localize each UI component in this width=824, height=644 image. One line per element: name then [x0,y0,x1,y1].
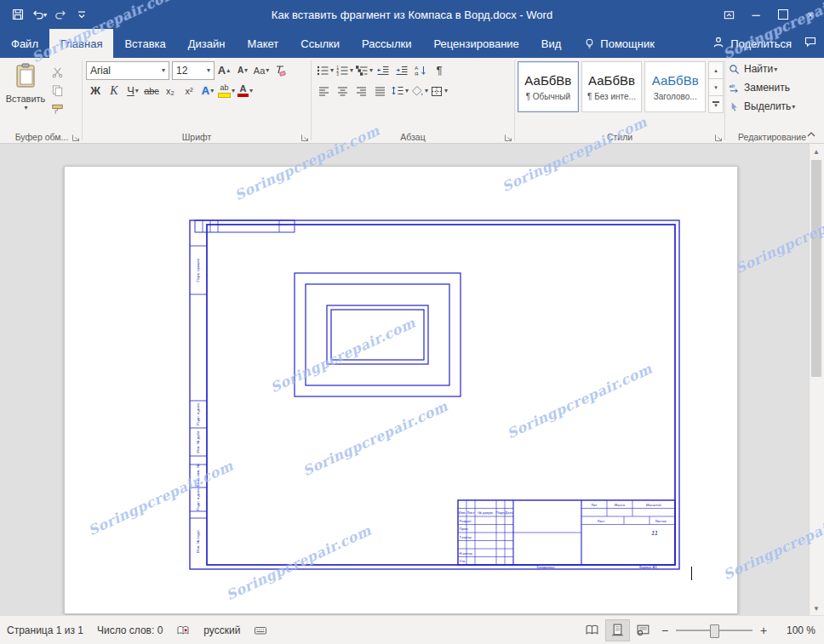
svg-text:Масштаб: Масштаб [646,503,662,507]
close-button[interactable]: × [797,0,824,29]
scroll-down-icon[interactable]: ▼ [810,601,823,615]
ribbon-display-options-icon[interactable] [715,0,742,29]
save-icon[interactable] [9,5,27,24]
zoom-slider-thumb[interactable] [710,624,719,638]
zoom-in-button[interactable]: + [754,621,773,640]
italic-button[interactable]: К [106,82,123,100]
kompas-drawing-object[interactable]: Перв. примен. Подп. и дата Инв. № дубл. … [65,167,737,613]
align-left-icon[interactable] [316,82,333,100]
bullets-icon[interactable]: ▾ [316,61,334,79]
status-word-count[interactable]: Число слов: 0 [90,624,169,636]
tab-design[interactable]: Дизайн [177,29,237,58]
print-layout-button[interactable] [605,619,630,641]
text-effects-button[interactable]: А▾ [199,82,216,100]
styles-scroll-down-icon[interactable]: ▾ [708,79,724,96]
sort-icon[interactable]: А Я [412,61,429,79]
scrollbar-thumb[interactable] [811,160,821,377]
svg-text:Формат А3: Формат А3 [638,565,657,569]
replace-button[interactable]: ab Заменить [728,78,816,97]
change-case-button[interactable]: Аа▾ [253,61,270,79]
title-bar: ▾ Как вставить фрагмент из Компаса в Вор… [0,0,824,29]
tab-insert[interactable]: Вставка [113,29,176,58]
paste-button[interactable]: Вставить ▾ [4,60,47,118]
show-paragraph-marks-button[interactable]: ¶ [431,61,448,79]
customize-qat-icon[interactable] [72,5,91,24]
format-painter-icon[interactable] [47,100,67,118]
font-size-value: 12 [176,65,187,77]
svg-text:Лист: Лист [597,519,604,523]
web-layout-button[interactable] [632,620,655,641]
tab-file[interactable]: Файл [0,29,49,58]
scroll-up-icon[interactable]: ▲ [810,145,823,158]
tab-review[interactable]: Рецензирование [422,29,529,58]
redo-icon[interactable] [51,5,70,24]
borders-icon[interactable]: ▾ [430,82,448,100]
paragraph-group: ▾ 1 2 3 ▾ ▾ А [312,58,514,143]
zoom-level[interactable]: 100 % [773,624,815,636]
line-spacing-icon[interactable]: ▾ [391,82,409,100]
shading-icon[interactable]: ▾ [410,82,428,100]
collapse-ribbon-icon[interactable] [805,128,819,140]
zoom-out-button[interactable]: − [655,621,674,640]
tab-mailings[interactable]: Рассылки [351,29,422,58]
proofing-status-icon[interactable] [169,624,197,637]
svg-text:ab: ab [729,83,735,88]
font-size-combo[interactable]: 12 ▾ [172,61,215,80]
select-button[interactable]: Выделить ▾ [728,97,816,116]
increase-indent-icon[interactable] [393,61,410,79]
comments-icon[interactable] [804,35,817,52]
cut-icon[interactable] [47,62,67,81]
svg-text:Изм.: Изм. [459,510,466,515]
tab-home[interactable]: Главная [49,29,113,58]
multilevel-list-icon[interactable]: ▾ [355,61,373,79]
align-center-icon[interactable] [335,82,352,100]
zoom-slider[interactable] [676,622,752,639]
minimize-button[interactable]: ─ [742,0,770,29]
maximize-button[interactable] [770,0,797,29]
bold-button[interactable]: Ж [87,82,104,100]
undo-icon[interactable]: ▾ [30,5,49,24]
svg-text:А: А [415,65,419,71]
underline-button[interactable]: Ч▾ [124,82,141,100]
styles-dialog-launcher-icon[interactable] [713,131,724,141]
status-language[interactable]: русский [197,624,247,636]
vertical-scrollbar[interactable]: ▲ ▼ [809,144,824,616]
share-button[interactable]: Поделиться [712,36,792,52]
styles-scroll-up-icon[interactable]: ▴ [708,61,724,79]
decrease-indent-icon[interactable] [375,61,392,79]
strikethrough-button[interactable]: abc [143,82,160,100]
grow-font-button[interactable]: А▴ [215,61,232,79]
tab-assistant[interactable]: Помощник [572,29,666,58]
clear-formatting-icon[interactable] [272,61,289,79]
share-label: Поделиться [730,37,792,50]
shrink-font-button[interactable]: А▾ [234,61,251,79]
style-name: ¶ Обычный [526,92,570,101]
ribbon: Вставить ▾ [0,58,824,144]
align-right-icon[interactable] [353,82,370,100]
document-page[interactable]: Перв. примен. Подп. и дата Инв. № дубл. … [64,166,738,614]
superscript-button[interactable]: x² [180,82,197,100]
style-heading1[interactable]: АаБбВв Заголово... [644,61,706,112]
tab-view[interactable]: Вид [530,29,573,58]
font-name-combo[interactable]: Arial ▾ [86,61,169,80]
styles-gallery-expand-icon[interactable]: ▾ [708,96,724,113]
subscript-button[interactable]: x₂ [162,82,179,100]
highlight-color-button[interactable]: ab ▾ [218,82,235,100]
clipboard-dialog-launcher-icon[interactable] [71,131,81,141]
find-button[interactable]: Найти ▾ [728,60,816,78]
style-no-spacing[interactable]: АаБбВв ¶ Без инте... [581,61,643,112]
status-page-count[interactable]: Страница 1 из 1 [0,624,90,636]
copy-icon[interactable] [47,81,67,100]
font-dialog-launcher-icon[interactable] [300,131,310,141]
style-normal[interactable]: АаБбВв ¶ Обычный [518,61,579,112]
tab-assistant-label: Помощник [600,37,655,50]
justify-icon[interactable] [372,82,389,100]
read-mode-button[interactable] [581,620,604,641]
keyboard-icon[interactable] [247,624,274,637]
numbering-icon[interactable]: 1 2 3 ▾ [335,61,353,79]
font-color-button[interactable]: А ▾ [237,82,254,100]
tab-references[interactable]: Ссылки [289,29,351,58]
paragraph-dialog-launcher-icon[interactable] [503,131,513,141]
tab-layout[interactable]: Макет [236,29,289,58]
undo-caret-icon[interactable]: ▾ [43,11,47,19]
